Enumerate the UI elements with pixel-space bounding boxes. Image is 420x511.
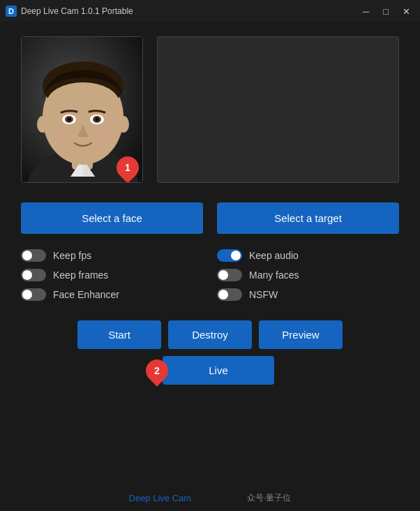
footer: Deep Live Cam 众号·量子位 — [0, 485, 420, 511]
face-enhancer-toggle[interactable] — [21, 288, 46, 301]
window-controls: ─ □ ✕ — [359, 6, 414, 17]
toggles-section: Keep fps Keep frames Face Enhancer Keep … — [21, 249, 399, 301]
badge-2-label: 2 — [154, 364, 160, 376]
nsfw-toggle[interactable] — [217, 288, 242, 301]
close-button[interactable]: ✕ — [398, 6, 414, 17]
face-area: 1 — [21, 36, 143, 183]
svg-point-18 — [52, 126, 73, 140]
face-preview: 1 — [21, 36, 143, 183]
many-faces-label: Many faces — [249, 269, 299, 281]
start-button[interactable]: Start — [77, 320, 161, 349]
footer-watermark: 众号·量子位 — [247, 492, 291, 504]
badge-1-label: 1 — [125, 162, 130, 173]
app-icon: D — [6, 6, 17, 17]
keep-fps-toggle[interactable] — [21, 249, 46, 262]
select-buttons-row: Select a face Select a target — [21, 202, 399, 234]
keep-fps-row: Keep fps — [21, 249, 203, 262]
actions-section: Start Destroy Preview 2 Live — [21, 320, 399, 385]
svg-point-14 — [67, 117, 71, 121]
select-face-button[interactable]: Select a face — [21, 202, 203, 234]
left-toggles: Keep fps Keep frames Face Enhancer — [21, 249, 203, 301]
svg-point-17 — [118, 116, 129, 133]
keep-audio-row: Keep audio — [217, 249, 399, 262]
main-actions-row: Start Destroy Preview — [21, 320, 399, 349]
keep-audio-toggle[interactable] — [217, 249, 242, 262]
minimize-button[interactable]: ─ — [359, 6, 373, 17]
destroy-button[interactable]: Destroy — [168, 320, 252, 349]
target-area — [157, 36, 399, 183]
svg-point-9 — [47, 82, 119, 124]
svg-point-15 — [95, 117, 99, 121]
keep-fps-label: Keep fps — [53, 250, 91, 261]
title-bar: D Deep Live Cam 1.0.1 Portable ─ □ ✕ — [0, 0, 420, 22]
svg-point-19 — [93, 126, 114, 140]
live-row: 2 Live — [146, 356, 274, 385]
select-target-button[interactable]: Select a target — [217, 202, 399, 234]
nsfw-row: NSFW — [217, 288, 399, 301]
keep-audio-label: Keep audio — [249, 250, 299, 261]
preview-section: 1 — [21, 36, 399, 183]
main-content: 1 Select a face Select a target Keep fps… — [0, 22, 420, 485]
face-enhancer-row: Face Enhancer — [21, 288, 203, 301]
preview-button[interactable]: Preview — [259, 320, 343, 349]
app-title: Deep Live Cam 1.0.1 Portable — [21, 6, 359, 16]
live-button[interactable]: Live — [163, 356, 274, 385]
many-faces-row: Many faces — [217, 269, 399, 281]
many-faces-toggle[interactable] — [217, 269, 242, 281]
svg-point-16 — [37, 116, 48, 133]
maximize-button[interactable]: □ — [379, 6, 393, 17]
footer-app-name: Deep Live Cam — [129, 493, 192, 503]
target-placeholder — [157, 36, 399, 183]
nsfw-label: NSFW — [249, 289, 278, 300]
keep-frames-toggle[interactable] — [21, 269, 46, 281]
keep-frames-row: Keep frames — [21, 269, 203, 281]
keep-frames-label: Keep frames — [53, 269, 108, 281]
face-enhancer-label: Face Enhancer — [53, 289, 119, 300]
right-toggles: Keep audio Many faces NSFW — [217, 249, 399, 301]
